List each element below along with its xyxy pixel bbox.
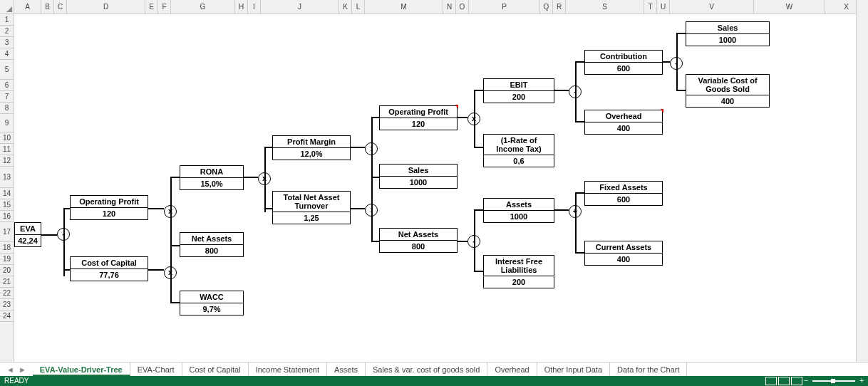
tab-nav[interactable]: ◄►: [0, 362, 33, 376]
sheet-tab[interactable]: Other Input Data: [537, 362, 610, 376]
column-header[interactable]: K: [339, 0, 352, 14]
column-header[interactable]: D: [67, 0, 145, 14]
column-header[interactable]: L: [352, 0, 365, 14]
column-header[interactable]: N: [443, 0, 456, 14]
column-headers: ABCDEFGHIJKLMNOPQRSTUVWX: [14, 0, 868, 14]
node-value: 800: [380, 241, 457, 252]
node-profit-margin[interactable]: Profit Margin 12,0%: [272, 135, 351, 160]
column-header[interactable]: F: [158, 0, 171, 14]
connector: [264, 208, 272, 209]
row-header[interactable]: 5: [0, 60, 14, 80]
connector: [474, 90, 483, 91]
sheet-tab[interactable]: Income Statement: [249, 362, 327, 376]
column-header[interactable]: S: [566, 0, 644, 14]
row-header[interactable]: 9: [0, 114, 14, 132]
row-header[interactable]: 23: [0, 299, 14, 311]
column-header[interactable]: P: [469, 0, 540, 14]
row-header[interactable]: 17: [0, 222, 14, 242]
column-header[interactable]: W: [754, 0, 825, 14]
zoom-slider[interactable]: [812, 380, 855, 382]
row-header[interactable]: 14: [0, 188, 14, 199]
view-page-break-icon[interactable]: [791, 377, 802, 385]
row-header[interactable]: 15: [0, 199, 14, 211]
node-sales[interactable]: Sales 1000: [379, 164, 458, 189]
sheet-tab[interactable]: Data for the Chart: [610, 362, 687, 376]
vertical-scrollbar[interactable]: [856, 0, 868, 362]
row-header[interactable]: 12: [0, 155, 14, 167]
node-net-assets[interactable]: Net Assets 800: [180, 232, 244, 257]
row-header[interactable]: 2: [0, 26, 14, 37]
column-header[interactable]: J: [261, 0, 339, 14]
node-sales-2[interactable]: Sales 1000: [686, 21, 770, 46]
node-net-assets-2[interactable]: Net Assets 800: [379, 228, 458, 253]
node-fixed-assets[interactable]: Fixed Assets 600: [584, 181, 663, 206]
node-vcogs[interactable]: Variable Cost of Goods Sold 400: [686, 74, 770, 108]
node-current-assets[interactable]: Current Assets 400: [584, 241, 663, 266]
node-cost-of-capital[interactable]: Cost of Capital 77,76: [70, 256, 148, 281]
column-header[interactable]: O: [456, 0, 469, 14]
column-header[interactable]: A: [14, 0, 41, 14]
sheet-tab[interactable]: Cost of Capital: [182, 362, 249, 376]
sheet-tab[interactable]: Assets: [327, 362, 366, 376]
sheet-tabs: ◄► EVA-Value-Driver-TreeEVA-ChartCost of…: [0, 362, 868, 376]
row-header[interactable]: 22: [0, 288, 14, 299]
column-header[interactable]: T: [644, 0, 657, 14]
view-normal-icon[interactable]: [765, 377, 777, 385]
column-header[interactable]: R: [553, 0, 566, 14]
column-header[interactable]: Q: [540, 0, 553, 14]
node-operating-profit-2[interactable]: Operating Profit 120: [379, 105, 458, 130]
column-header[interactable]: B: [41, 0, 54, 14]
row-header[interactable]: 10: [0, 132, 14, 144]
view-page-layout-icon[interactable]: [778, 377, 790, 385]
column-header[interactable]: E: [145, 0, 158, 14]
row-header[interactable]: 3: [0, 37, 14, 48]
sheet-tab[interactable]: EVA-Chart: [130, 362, 182, 376]
tab-prev-icon[interactable]: ◄: [4, 365, 16, 374]
connector: [371, 177, 373, 242]
row-header[interactable]: 24: [0, 311, 14, 322]
column-header[interactable]: U: [657, 0, 670, 14]
row-header[interactable]: 8: [0, 103, 14, 114]
node-wacc[interactable]: WACC 9,7%: [180, 291, 244, 315]
select-all-corner[interactable]: [0, 0, 14, 14]
connector: [170, 302, 180, 303]
comment-indicator-icon[interactable]: [661, 109, 663, 113]
node-total-net-asset-turnover[interactable]: Total Net Asset Turnover 1,25: [272, 191, 351, 224]
column-header[interactable]: V: [670, 0, 754, 14]
row-header[interactable]: 21: [0, 276, 14, 288]
comment-indicator-icon[interactable]: [455, 105, 458, 109]
column-header[interactable]: I: [248, 0, 261, 14]
row-header[interactable]: 6: [0, 80, 14, 91]
row-header[interactable]: 20: [0, 265, 14, 276]
row-header[interactable]: 1: [0, 14, 14, 26]
node-eva[interactable]: EVA 42,24: [14, 222, 41, 247]
zoom-in-icon[interactable]: +: [859, 376, 864, 386]
zoom-out-icon[interactable]: −: [804, 376, 808, 386]
node-overhead[interactable]: Overhead 400: [584, 110, 663, 135]
column-header[interactable]: H: [235, 0, 248, 14]
tab-next-icon[interactable]: ►: [16, 365, 29, 374]
node-value: 120: [71, 208, 148, 219]
node-ebit[interactable]: EBIT 200: [483, 78, 554, 103]
sheet-tab[interactable]: Sales & var. cost of goods sold: [366, 362, 487, 376]
row-header[interactable]: 18: [0, 242, 14, 254]
row-header[interactable]: 13: [0, 167, 14, 188]
row-header[interactable]: 11: [0, 144, 14, 155]
row-header[interactable]: 7: [0, 91, 14, 103]
node-assets[interactable]: Assets 1000: [483, 198, 554, 223]
column-header[interactable]: M: [365, 0, 443, 14]
node-title: Variable Cost of Goods Sold: [686, 75, 769, 95]
row-header[interactable]: 4: [0, 48, 14, 60]
node-title: (1-Rate of Income Tax): [484, 135, 554, 155]
sheet-tab[interactable]: EVA-Value-Driver-Tree: [33, 362, 130, 376]
node-interest-free-liabilities[interactable]: Interest Free Liabilities 200: [483, 255, 554, 288]
node-contribution[interactable]: Contribution 600: [584, 50, 663, 75]
column-header[interactable]: G: [171, 0, 235, 14]
node-tax-rate[interactable]: (1-Rate of Income Tax) 0,6: [483, 134, 554, 167]
row-header[interactable]: 16: [0, 211, 14, 222]
row-header[interactable]: 19: [0, 254, 14, 265]
sheet-tab[interactable]: Overhead: [487, 362, 537, 376]
column-header[interactable]: C: [54, 0, 67, 14]
node-operating-profit[interactable]: Operating Profit 120: [70, 195, 148, 220]
node-rona[interactable]: RONA 15,0%: [180, 165, 244, 190]
